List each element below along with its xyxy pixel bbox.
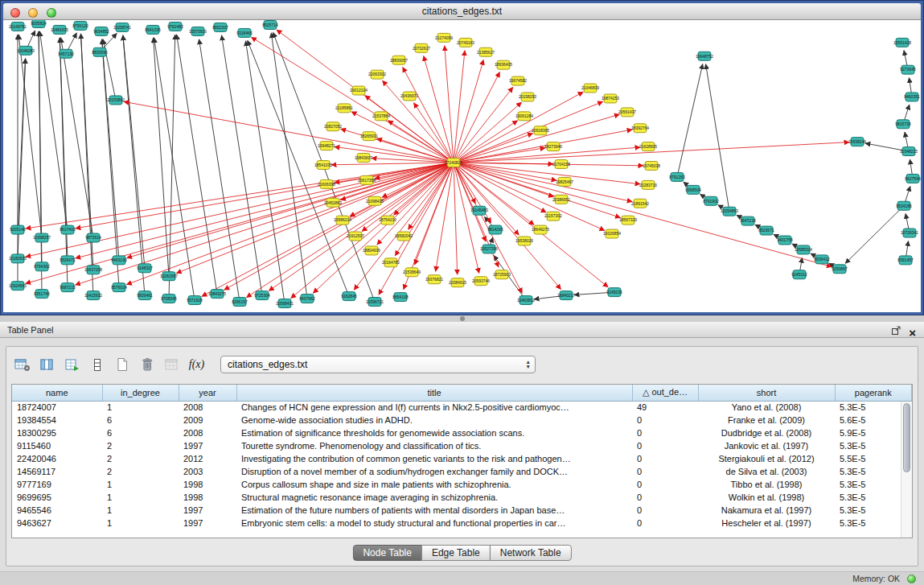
graph-edge[interactable] xyxy=(246,163,454,298)
table-cell[interactable]: 1 xyxy=(102,401,179,414)
column-header-in_degree[interactable]: in_degree xyxy=(102,385,179,401)
tab-edge-table[interactable]: Edge Table xyxy=(421,545,491,561)
new-table-button[interactable] xyxy=(111,355,133,375)
table-cell[interactable]: 2 xyxy=(102,439,179,452)
table-cell[interactable]: 6 xyxy=(102,426,179,439)
table-cell[interactable]: Franke et al. (2009) xyxy=(698,414,835,426)
table-cell[interactable]: 0 xyxy=(632,491,698,504)
table-cell[interactable]: Embryonic stem cells: a model to study s… xyxy=(236,517,632,529)
table-source-dropdown[interactable]: citations_edges.txt ▲▼ xyxy=(220,356,536,373)
column-header-short[interactable]: short xyxy=(698,385,835,401)
table-cell[interactable]: 1 xyxy=(102,517,179,529)
table-cell[interactable]: 2003 xyxy=(179,465,236,478)
table-row[interactable]: 946554611997Estimation of the future num… xyxy=(12,504,912,517)
delete-table-button[interactable] xyxy=(136,355,158,375)
table-cell[interactable]: 1997 xyxy=(179,517,236,529)
graph-edge[interactable] xyxy=(177,35,217,294)
table-cell[interactable]: Estimation of significance thresholds fo… xyxy=(236,426,632,439)
create-column-button[interactable] xyxy=(61,355,83,375)
column-header-out_de[interactable]: △ out_de… xyxy=(632,385,698,401)
table-cell[interactable]: 2012 xyxy=(179,452,236,465)
show-columns-button[interactable] xyxy=(36,355,58,375)
table-cell[interactable]: 0 xyxy=(632,465,698,478)
graph-edge[interactable] xyxy=(454,163,546,212)
table-cell[interactable]: Hescheler et al. (1997) xyxy=(698,517,835,529)
graph-edge[interactable] xyxy=(454,163,486,241)
table-cell[interactable]: 2 xyxy=(102,452,179,465)
row-height-button[interactable] xyxy=(86,355,108,375)
panel-resize-grip[interactable] xyxy=(460,316,465,321)
table-cell[interactable]: 2009 xyxy=(179,414,236,426)
table-cell[interactable]: 0 xyxy=(632,517,698,529)
table-cell[interactable]: 18300295 xyxy=(12,426,102,439)
table-cell[interactable]: 1 xyxy=(102,504,179,517)
table-cell[interactable]: 19384554 xyxy=(12,414,102,426)
float-panel-icon[interactable] xyxy=(891,324,901,340)
graph-edge[interactable] xyxy=(454,101,603,163)
table-cell[interactable]: Tibbo et al. (1998) xyxy=(698,478,835,491)
graph-edge[interactable] xyxy=(454,163,556,180)
graph-edge[interactable] xyxy=(454,163,832,267)
table-cell[interactable]: 18724007 xyxy=(12,401,102,414)
graph-edge[interactable] xyxy=(76,163,454,229)
window-titlebar[interactable]: citations_edges.txt xyxy=(3,3,921,20)
table-cell[interactable]: Dudbridge et al. (2008) xyxy=(698,426,835,439)
table-row[interactable]: 1456911722003Disruption of a novel membe… xyxy=(12,465,912,478)
graph-edge[interactable] xyxy=(454,163,640,184)
table-cell[interactable]: 0 xyxy=(632,452,698,465)
table-cell[interactable]: 9777169 xyxy=(12,478,102,491)
table-cell[interactable]: 2 xyxy=(102,465,179,478)
graph-edge[interactable] xyxy=(445,46,454,163)
graph-edge[interactable] xyxy=(222,35,262,295)
table-cell[interactable]: 0 xyxy=(632,478,698,491)
graph-edge[interactable] xyxy=(677,64,703,176)
table-scrollbar[interactable] xyxy=(901,402,912,538)
graph-edge[interactable] xyxy=(245,41,285,303)
table-cell[interactable]: 1998 xyxy=(179,491,236,504)
graph-edge[interactable] xyxy=(154,38,169,276)
table-cell[interactable]: 0 xyxy=(632,414,698,426)
column-header-name[interactable]: name xyxy=(12,385,102,401)
tab-network-table[interactable]: Network Table xyxy=(490,545,572,561)
window-zoom-button[interactable] xyxy=(47,8,56,18)
graph-edge[interactable] xyxy=(454,163,632,202)
graph-edge[interactable] xyxy=(454,163,608,287)
table-cell[interactable]: 1 xyxy=(102,478,179,491)
table-cell[interactable]: 9699695 xyxy=(12,491,102,504)
table-cell[interactable]: Genome-wide association studies in ADHD. xyxy=(236,414,632,426)
table-cell[interactable]: 14569117 xyxy=(12,465,102,478)
graph-edge[interactable] xyxy=(123,35,145,295)
table-cell[interactable]: 9463627 xyxy=(12,517,102,529)
window-close-button[interactable] xyxy=(10,8,20,18)
window-minimize-button[interactable] xyxy=(28,8,38,18)
graph-edge[interactable] xyxy=(176,163,454,274)
graph-edge[interactable] xyxy=(454,87,513,163)
table-row[interactable]: 911546021997Tourette syndrome. Phenomeno… xyxy=(12,439,912,452)
graph-edge[interactable] xyxy=(454,163,643,166)
graph-edge[interactable] xyxy=(706,64,729,212)
table-cell[interactable]: 1997 xyxy=(179,504,236,517)
graph-edge[interactable] xyxy=(76,163,454,258)
table-cell[interactable]: Tourette syndrome. Phenomenology and cla… xyxy=(236,439,632,452)
graph-edge[interactable] xyxy=(271,33,307,299)
table-row[interactable]: 969969511998Structural magnetic resonanc… xyxy=(12,491,912,504)
table-cell[interactable]: Jankovic et al. (1997) xyxy=(698,439,835,452)
close-panel-icon[interactable]: × xyxy=(909,328,916,338)
table-cell[interactable]: Nakamura et al. (1997) xyxy=(698,504,835,517)
table-cell[interactable]: de Silva et al. (2003) xyxy=(698,465,835,478)
table-row[interactable]: 946362711997Embryonic stem cells: a mode… xyxy=(12,517,912,529)
graph-edge[interactable] xyxy=(248,40,349,296)
column-header-year[interactable]: year xyxy=(179,385,236,401)
table-cell[interactable]: 1998 xyxy=(179,478,236,491)
graph-edge[interactable] xyxy=(39,31,42,294)
graph-edge[interactable] xyxy=(845,206,904,264)
table-cell[interactable]: 2008 xyxy=(179,401,236,414)
table-cell[interactable]: 1997 xyxy=(179,439,236,452)
table-cell[interactable]: 0 xyxy=(632,504,698,517)
graph-edge[interactable] xyxy=(102,39,119,287)
table-cell[interactable]: 9115460 xyxy=(12,439,102,452)
graph-edge[interactable] xyxy=(454,51,465,163)
graph-edge[interactable] xyxy=(454,163,605,230)
table-cell[interactable]: 1 xyxy=(102,491,179,504)
graph-edge[interactable] xyxy=(60,38,68,287)
